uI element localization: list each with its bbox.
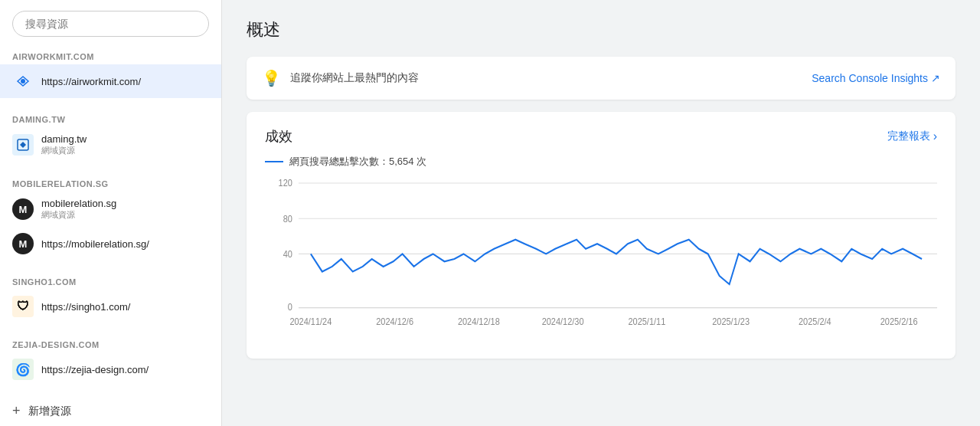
sidebar-item-mobilerelation2[interactable]: M https://mobilerelation.sg/ <box>0 227 221 261</box>
x-label-5: 2025/1/11 <box>628 316 665 326</box>
insights-text: 追蹤你網站上最熱門的內容 <box>290 71 419 85</box>
perf-header: 成效 完整報表 › <box>265 127 937 146</box>
sidebar-item-singho[interactable]: 🛡 https://singho1.com/ <box>0 290 221 323</box>
main-content: 概述 💡 追蹤你網站上最熱門的內容 Search Console Insight… <box>222 0 980 426</box>
insights-left: 💡 追蹤你網站上最熱門的內容 <box>262 69 419 87</box>
x-label-6: 2025/1/23 <box>712 316 750 326</box>
x-label-1: 2024/11/24 <box>289 316 332 326</box>
section-label-airworkmit: AIRWORKMIT.COM <box>0 44 221 64</box>
y-label-0: 0 <box>288 303 292 313</box>
airworkmit-text: https://airworkmit.com/ <box>41 76 141 87</box>
insights-link-text: Search Console Insights <box>812 72 928 84</box>
search-input[interactable] <box>12 11 209 37</box>
x-label-4: 2024/12/30 <box>542 316 584 326</box>
sidebar-item-daming[interactable]: daming.tw 網域資源 <box>0 127 221 162</box>
sidebar: AIRWORKMIT.COM https://airworkmit.com/ D… <box>0 0 222 426</box>
singho-name: https://singho1.com/ <box>41 301 130 313</box>
singho-text: https://singho1.com/ <box>41 301 130 313</box>
bulb-icon: 💡 <box>262 69 281 87</box>
section-label-zejia: ZEJIA-DESIGN.COM <box>0 333 221 352</box>
y-label-120: 120 <box>279 179 292 188</box>
x-label-8: 2025/2/16 <box>880 316 918 326</box>
y-label-40: 40 <box>283 249 292 259</box>
mobilerelation2-icon: M <box>12 233 34 254</box>
chart-container: 120 80 40 0 2024/11/24 2024/12/6 2024/12… <box>265 175 937 343</box>
x-label-7: 2025/2/4 <box>799 316 831 326</box>
search-box-wrap <box>0 0 221 44</box>
mobilerelation1-sub: 網域資源 <box>41 209 116 221</box>
section-label-singho: SINGHO1.COM <box>0 270 221 290</box>
perf-title: 成效 <box>265 127 292 146</box>
mobilerelation1-icon: M <box>12 198 34 220</box>
performance-card: 成效 完整報表 › 網頁搜尋總點擊次數：5,654 次 120 80 40 <box>247 112 956 359</box>
full-report-button[interactable]: 完整報表 › <box>887 129 937 143</box>
mobilerelation2-name: https://mobilerelation.sg/ <box>41 238 149 250</box>
daming-name: daming.tw <box>41 133 87 145</box>
airworkmit-name: https://airworkmit.com/ <box>41 76 141 87</box>
sidebar-item-mobilerelation1[interactable]: M mobilerelation.sg 網域資源 <box>0 192 221 227</box>
sidebar-item-zejia[interactable]: 🌀 https://zejia-design.com/ <box>0 352 221 386</box>
legend-text: 網頁搜尋總點擊次數：5,654 次 <box>289 155 426 169</box>
mobilerelation1-name: mobilerelation.sg <box>41 198 116 209</box>
daming-sub: 網域資源 <box>41 145 87 156</box>
add-resource-button[interactable]: + 新增資源 <box>0 395 221 426</box>
external-link-icon: ↗ <box>931 72 940 84</box>
svg-point-0 <box>21 79 25 84</box>
daming-icon <box>12 134 34 156</box>
chevron-right-icon: › <box>933 129 937 143</box>
mobilerelation2-text: https://mobilerelation.sg/ <box>41 238 149 250</box>
section-label-daming: DAMING.TW <box>0 107 221 127</box>
daming-text: daming.tw 網域資源 <box>41 133 87 156</box>
zejia-icon: 🌀 <box>12 359 34 380</box>
legend-line <box>265 161 283 162</box>
search-console-insights-link[interactable]: Search Console Insights ↗ <box>812 72 940 84</box>
airworkmit-icon <box>12 70 34 92</box>
add-resource-label: 新增資源 <box>28 405 71 418</box>
section-label-mobilerelation: MOBILERELATION.SG <box>0 172 221 192</box>
insights-banner: 💡 追蹤你網站上最熱門的內容 Search Console Insights ↗ <box>247 57 956 100</box>
singho-icon: 🛡 <box>12 296 34 317</box>
x-label-3: 2024/12/18 <box>458 316 500 326</box>
mobilerelation1-text: mobilerelation.sg 網域資源 <box>41 198 116 221</box>
zejia-name: https://zejia-design.com/ <box>41 364 149 375</box>
sidebar-item-airworkmit[interactable]: https://airworkmit.com/ <box>0 64 221 98</box>
performance-chart: 120 80 40 0 2024/11/24 2024/12/6 2024/12… <box>265 175 937 343</box>
add-icon: + <box>12 403 21 419</box>
x-label-2: 2024/12/6 <box>376 316 413 326</box>
chart-legend: 網頁搜尋總點擊次數：5,654 次 <box>265 155 937 169</box>
chart-polyline <box>311 240 922 284</box>
full-report-label: 完整報表 <box>887 129 930 143</box>
page-title: 概述 <box>247 18 956 41</box>
y-label-80: 80 <box>283 214 292 224</box>
zejia-text: https://zejia-design.com/ <box>41 364 149 375</box>
